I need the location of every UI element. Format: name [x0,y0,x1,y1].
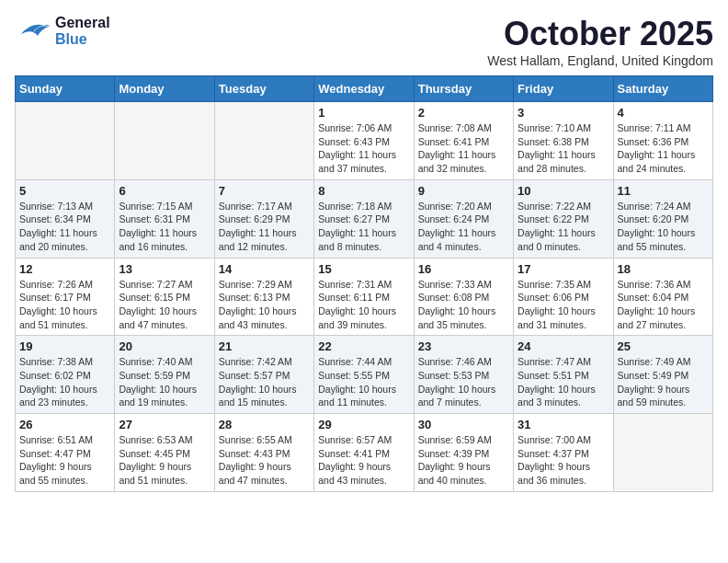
calendar-cell: 4Sunrise: 7:11 AM Sunset: 6:36 PM Daylig… [613,102,712,180]
header-thursday: Thursday [414,76,513,102]
day-number: 3 [518,106,609,120]
day-number: 16 [418,262,509,276]
day-info: Sunrise: 7:13 AM Sunset: 6:34 PM Dayligh… [19,200,110,254]
calendar-cell: 27Sunrise: 6:53 AM Sunset: 4:45 PM Dayli… [115,414,214,492]
day-number: 5 [19,184,110,198]
day-info: Sunrise: 7:35 AM Sunset: 6:06 PM Dayligh… [518,278,609,332]
day-info: Sunrise: 7:42 AM Sunset: 5:57 PM Dayligh… [219,355,310,409]
calendar-header-row: SundayMondayTuesdayWednesdayThursdayFrid… [16,76,713,102]
calendar-cell: 15Sunrise: 7:31 AM Sunset: 6:11 PM Dayli… [314,258,414,336]
day-number: 20 [119,339,210,353]
calendar-cell: 17Sunrise: 7:35 AM Sunset: 6:06 PM Dayli… [514,258,613,336]
day-info: Sunrise: 7:24 AM Sunset: 6:20 PM Dayligh… [618,200,709,254]
day-info: Sunrise: 6:51 AM Sunset: 4:47 PM Dayligh… [19,433,110,488]
day-info: Sunrise: 6:55 AM Sunset: 4:43 PM Dayligh… [219,433,310,488]
calendar-cell: 13Sunrise: 7:27 AM Sunset: 6:15 PM Dayli… [115,258,214,336]
calendar-cell: 8Sunrise: 7:18 AM Sunset: 6:27 PM Daylig… [314,179,414,258]
day-info: Sunrise: 7:15 AM Sunset: 6:31 PM Dayligh… [119,200,210,254]
calendar-cell [214,102,313,180]
day-info: Sunrise: 7:11 AM Sunset: 6:36 PM Dayligh… [618,121,709,176]
day-info: Sunrise: 7:38 AM Sunset: 6:02 PM Dayligh… [19,355,110,409]
day-number: 18 [618,262,709,276]
calendar-cell: 9Sunrise: 7:20 AM Sunset: 6:24 PM Daylig… [414,179,513,258]
calendar-week-5: 26Sunrise: 6:51 AM Sunset: 4:47 PM Dayli… [16,414,713,492]
day-info: Sunrise: 7:00 AM Sunset: 4:37 PM Dayligh… [518,433,609,488]
location: West Hallam, England, United Kingdom [487,53,713,68]
day-info: Sunrise: 7:29 AM Sunset: 6:13 PM Dayligh… [219,278,310,332]
header-sunday: Sunday [16,76,115,102]
logo-line2: Blue [55,31,110,48]
calendar-cell: 10Sunrise: 7:22 AM Sunset: 6:22 PM Dayli… [514,179,613,258]
calendar-cell: 16Sunrise: 7:33 AM Sunset: 6:08 PM Dayli… [414,258,513,336]
month-title: October 2025 [487,15,713,53]
day-info: Sunrise: 7:18 AM Sunset: 6:27 PM Dayligh… [318,200,409,254]
calendar-week-3: 12Sunrise: 7:26 AM Sunset: 6:17 PM Dayli… [16,258,713,336]
logo: General Blue [15,15,110,47]
header-monday: Monday [115,76,214,102]
day-info: Sunrise: 7:49 AM Sunset: 5:49 PM Dayligh… [618,355,709,409]
day-info: Sunrise: 7:33 AM Sunset: 6:08 PM Dayligh… [418,278,509,332]
day-number: 31 [518,418,609,431]
day-number: 28 [219,418,310,431]
day-number: 2 [418,106,509,120]
day-info: Sunrise: 7:36 AM Sunset: 6:04 PM Dayligh… [618,278,709,332]
logo-line1: General [55,15,110,31]
day-info: Sunrise: 6:53 AM Sunset: 4:45 PM Dayligh… [119,433,210,488]
day-info: Sunrise: 7:10 AM Sunset: 6:38 PM Dayligh… [518,121,609,176]
day-number: 29 [318,418,409,431]
day-number: 24 [518,339,609,353]
calendar-cell: 22Sunrise: 7:44 AM Sunset: 5:55 PM Dayli… [314,336,414,414]
calendar-cell: 19Sunrise: 7:38 AM Sunset: 6:02 PM Dayli… [16,336,115,414]
day-number: 30 [418,418,509,431]
calendar-cell: 12Sunrise: 7:26 AM Sunset: 6:17 PM Dayli… [16,258,115,336]
header-wednesday: Wednesday [314,76,414,102]
calendar-cell: 2Sunrise: 7:08 AM Sunset: 6:41 PM Daylig… [414,102,513,180]
day-number: 22 [318,339,409,353]
calendar-cell: 25Sunrise: 7:49 AM Sunset: 5:49 PM Dayli… [613,336,712,414]
calendar-cell: 29Sunrise: 6:57 AM Sunset: 4:41 PM Dayli… [314,414,414,492]
day-info: Sunrise: 7:44 AM Sunset: 5:55 PM Dayligh… [318,355,409,409]
day-info: Sunrise: 7:17 AM Sunset: 6:29 PM Dayligh… [219,200,310,254]
day-number: 17 [518,262,609,276]
calendar-cell: 23Sunrise: 7:46 AM Sunset: 5:53 PM Dayli… [414,336,513,414]
calendar-cell [16,102,115,180]
calendar-week-4: 19Sunrise: 7:38 AM Sunset: 6:02 PM Dayli… [16,336,713,414]
day-info: Sunrise: 7:47 AM Sunset: 5:51 PM Dayligh… [518,355,609,409]
calendar-cell: 30Sunrise: 6:59 AM Sunset: 4:39 PM Dayli… [414,414,513,492]
calendar-cell: 14Sunrise: 7:29 AM Sunset: 6:13 PM Dayli… [214,258,313,336]
day-info: Sunrise: 7:20 AM Sunset: 6:24 PM Dayligh… [418,200,509,254]
header-tuesday: Tuesday [214,76,313,102]
day-info: Sunrise: 6:57 AM Sunset: 4:41 PM Dayligh… [318,433,409,488]
calendar-cell [613,414,712,492]
day-number: 15 [318,262,409,276]
day-number: 8 [318,184,409,198]
calendar-table: SundayMondayTuesdayWednesdayThursdayFrid… [15,75,713,492]
day-number: 9 [418,184,509,198]
day-info: Sunrise: 7:40 AM Sunset: 5:59 PM Dayligh… [119,355,210,409]
header-friday: Friday [514,76,613,102]
day-number: 14 [219,262,310,276]
page-header: General Blue October 2025 West Hallam, E… [15,15,713,68]
day-number: 6 [119,184,210,198]
calendar-week-1: 1Sunrise: 7:06 AM Sunset: 6:43 PM Daylig… [16,102,713,180]
day-number: 1 [318,106,409,120]
day-info: Sunrise: 7:31 AM Sunset: 6:11 PM Dayligh… [318,278,409,332]
calendar-cell: 21Sunrise: 7:42 AM Sunset: 5:57 PM Dayli… [214,336,313,414]
title-block: October 2025 West Hallam, England, Unite… [487,15,713,68]
day-info: Sunrise: 7:27 AM Sunset: 6:15 PM Dayligh… [119,278,210,332]
calendar-cell: 26Sunrise: 6:51 AM Sunset: 4:47 PM Dayli… [16,414,115,492]
day-number: 26 [19,418,110,431]
day-info: Sunrise: 6:59 AM Sunset: 4:39 PM Dayligh… [418,433,509,488]
day-number: 4 [618,106,709,120]
day-number: 21 [219,339,310,353]
logo-icon [15,18,51,44]
calendar-cell [115,102,214,180]
day-info: Sunrise: 7:08 AM Sunset: 6:41 PM Dayligh… [418,121,509,176]
day-number: 25 [618,339,709,353]
day-info: Sunrise: 7:26 AM Sunset: 6:17 PM Dayligh… [19,278,110,332]
calendar-cell: 28Sunrise: 6:55 AM Sunset: 4:43 PM Dayli… [214,414,313,492]
day-info: Sunrise: 7:22 AM Sunset: 6:22 PM Dayligh… [518,200,609,254]
calendar-cell: 7Sunrise: 7:17 AM Sunset: 6:29 PM Daylig… [214,179,313,258]
day-number: 27 [119,418,210,431]
day-info: Sunrise: 7:46 AM Sunset: 5:53 PM Dayligh… [418,355,509,409]
